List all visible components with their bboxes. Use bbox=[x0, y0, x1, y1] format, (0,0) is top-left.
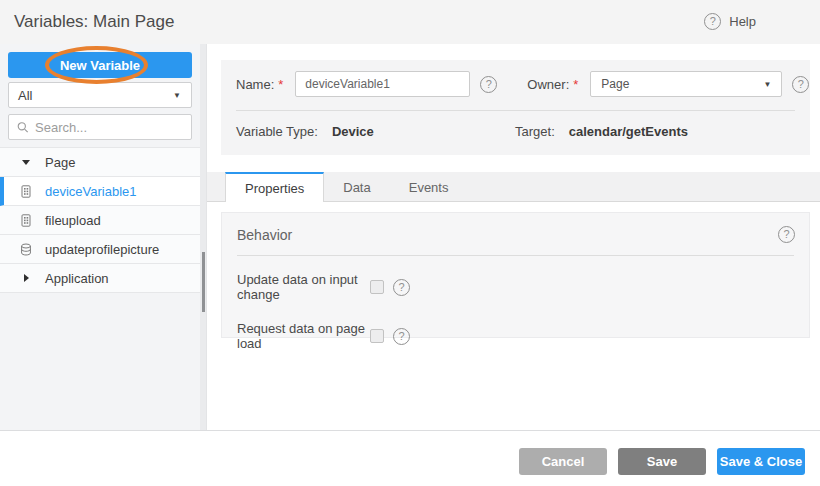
owner-select[interactable]: Page ▼ bbox=[590, 71, 782, 97]
tab-events[interactable]: Events bbox=[390, 172, 468, 202]
tree-item-label: fileupload bbox=[45, 213, 101, 228]
update-data-help-icon[interactable] bbox=[393, 279, 410, 296]
owner-selected-value: Page bbox=[601, 77, 763, 91]
tabbar: Properties Data Events bbox=[207, 172, 820, 202]
name-help-icon[interactable] bbox=[480, 76, 497, 93]
help-label: Help bbox=[729, 14, 756, 29]
tab-data[interactable]: Data bbox=[324, 172, 389, 202]
name-input[interactable] bbox=[295, 71, 470, 97]
tab-properties[interactable]: Properties bbox=[225, 172, 324, 202]
search-icon bbox=[17, 121, 29, 134]
behavior-help-icon[interactable] bbox=[778, 226, 795, 243]
main-panel: Name: * Owner: * Page ▼ Variable Type: bbox=[207, 44, 820, 430]
variable-type-value: Device bbox=[332, 124, 374, 139]
help-icon bbox=[704, 13, 721, 30]
name-label: Name: bbox=[236, 77, 274, 92]
owner-label: Owner: bbox=[527, 77, 569, 92]
search-input[interactable] bbox=[35, 120, 183, 135]
tree-group-application[interactable]: Application bbox=[0, 264, 200, 293]
option-row-update-data: Update data on input change bbox=[222, 272, 809, 302]
chevron-down-icon: ▼ bbox=[173, 91, 181, 100]
titlebar: Variables: Main Page Help bbox=[0, 0, 820, 44]
sidebar-scrollbar-thumb[interactable] bbox=[202, 252, 205, 312]
name-required-marker: * bbox=[278, 77, 283, 92]
variable-filter-select[interactable]: All ▼ bbox=[8, 82, 192, 108]
tree-item-label: updateprofilepicture bbox=[45, 242, 159, 257]
new-variable-button[interactable]: New Variable bbox=[8, 52, 192, 78]
update-data-checkbox[interactable] bbox=[370, 280, 384, 294]
save-button[interactable]: Save bbox=[618, 448, 706, 475]
tree-item-devicevariable1[interactable]: deviceVariable1 bbox=[0, 177, 200, 206]
variable-tree: Page deviceVariable1 fileupload updatepr… bbox=[0, 147, 200, 293]
option-row-request-data: Request data on page load bbox=[222, 321, 809, 351]
footer: Cancel Save Save & Close bbox=[0, 430, 820, 486]
tree-item-updateprofilepicture[interactable]: updateprofilepicture bbox=[0, 235, 200, 264]
request-data-checkbox[interactable] bbox=[370, 329, 384, 343]
behavior-divider bbox=[237, 255, 794, 256]
request-data-label: Request data on page load bbox=[237, 321, 370, 351]
owner-help-icon[interactable] bbox=[792, 76, 809, 93]
update-data-label: Update data on input change bbox=[237, 272, 370, 302]
caret-right-icon[interactable] bbox=[20, 274, 32, 282]
variables-dialog: Variables: Main Page Help New Variable A… bbox=[0, 0, 820, 486]
sidebar: New Variable All ▼ Page deviceVariable1 bbox=[0, 44, 200, 430]
help-button[interactable]: Help bbox=[704, 13, 756, 30]
tree-group-label: Application bbox=[45, 271, 109, 286]
behavior-title: Behavior bbox=[237, 227, 778, 243]
target-value: calendar/getEvents bbox=[569, 124, 688, 139]
tree-item-fileupload[interactable]: fileupload bbox=[0, 206, 200, 235]
variable-summary-panel: Name: * Owner: * Page ▼ Variable Type: bbox=[221, 60, 810, 155]
filter-selected-value: All bbox=[18, 88, 173, 103]
cancel-button[interactable]: Cancel bbox=[519, 448, 607, 475]
tree-item-label: deviceVariable1 bbox=[45, 184, 137, 199]
page-title: Variables: Main Page bbox=[14, 12, 174, 32]
caret-down-icon[interactable] bbox=[20, 160, 32, 165]
device-variable-icon bbox=[20, 185, 32, 198]
behavior-panel: Behavior Update data on input change Req… bbox=[221, 212, 810, 338]
service-variable-icon bbox=[20, 243, 32, 256]
sidebar-scrollbar-track[interactable] bbox=[200, 44, 207, 430]
variable-type-label: Variable Type: bbox=[236, 124, 318, 139]
owner-required-marker: * bbox=[573, 77, 578, 92]
device-variable-icon bbox=[20, 214, 32, 227]
chevron-down-icon: ▼ bbox=[763, 80, 771, 89]
tree-group-label: Page bbox=[45, 155, 75, 170]
tree-group-page[interactable]: Page bbox=[0, 148, 200, 177]
request-data-help-icon[interactable] bbox=[393, 328, 410, 345]
target-label: Target: bbox=[515, 124, 555, 139]
search-box[interactable] bbox=[8, 114, 192, 140]
save-close-button[interactable]: Save & Close bbox=[717, 448, 805, 475]
